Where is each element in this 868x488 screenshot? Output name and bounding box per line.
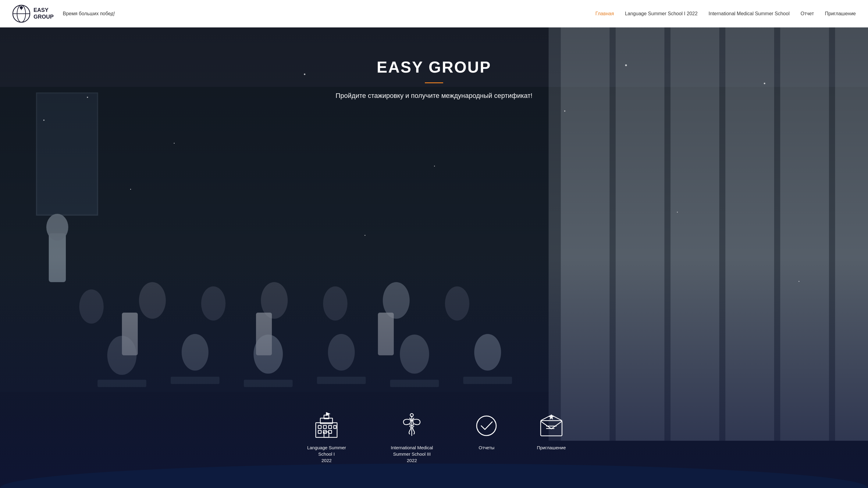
- hero-icons-row: Language Summer School I2022: [0, 412, 868, 488]
- hero-title: EASY GROUP: [0, 58, 868, 76]
- nav-item-home[interactable]: Главная: [595, 11, 614, 17]
- nav-link-report[interactable]: Отчет: [801, 11, 814, 16]
- svg-marker-53: [327, 413, 330, 415]
- building-icon: [313, 412, 340, 439]
- svg-rect-48: [318, 430, 321, 433]
- language-school-label: Language Summer School I2022: [302, 444, 351, 464]
- nav-link-language-school[interactable]: Language Summer School I 2022: [625, 11, 697, 16]
- hero-icon-invitation[interactable]: Приглашение: [537, 412, 566, 464]
- checkmark-icon: [473, 412, 500, 439]
- navbar: EASY GROUP Время больших побед! Главная …: [0, 0, 868, 27]
- envelope-icon: [538, 412, 565, 439]
- navbar-nav: Главная Language Summer School I 2022 In…: [595, 11, 856, 17]
- hero-content: EASY GROUP Пройдите стажировку и получит…: [0, 27, 868, 124]
- nav-item-medical-school[interactable]: International Medical Summer School: [709, 11, 790, 17]
- hero-icon-medical-school[interactable]: International MedicalSummer School III 2…: [388, 412, 436, 464]
- medical-school-label: International MedicalSummer School III 2…: [388, 444, 436, 464]
- logo[interactable]: EASY GROUP: [12, 5, 54, 23]
- nav-link-home[interactable]: Главная: [595, 11, 614, 16]
- hero-subtitle: Пройдите стажировку и получите междунаро…: [0, 92, 868, 100]
- nav-item-report[interactable]: Отчет: [801, 11, 814, 17]
- svg-rect-44: [318, 426, 321, 429]
- nav-item-invitation[interactable]: Приглашение: [825, 11, 856, 17]
- hero-divider: [425, 82, 443, 83]
- logo-text: EASY GROUP: [33, 7, 54, 20]
- reports-label: Отчеты: [479, 444, 495, 451]
- navbar-tagline: Время больших побед!: [63, 11, 115, 17]
- logo-icon: [12, 5, 30, 23]
- invitation-label: Приглашение: [537, 444, 566, 451]
- svg-point-56: [477, 416, 496, 435]
- nav-item-language-school[interactable]: Language Summer School I 2022: [625, 11, 697, 17]
- svg-rect-45: [323, 426, 327, 429]
- medical-icon: [398, 412, 426, 439]
- hero-section: EASY GROUP Пройдите стажировку и получит…: [0, 27, 868, 488]
- nav-link-invitation[interactable]: Приглашение: [825, 11, 856, 16]
- nav-link-medical-school[interactable]: International Medical Summer School: [709, 11, 790, 16]
- svg-rect-47: [334, 426, 336, 429]
- svg-rect-46: [329, 426, 332, 429]
- svg-marker-60: [549, 414, 554, 420]
- hero-icon-reports[interactable]: Отчеты: [473, 412, 500, 464]
- hero-icon-language-school[interactable]: Language Summer School I2022: [302, 412, 351, 464]
